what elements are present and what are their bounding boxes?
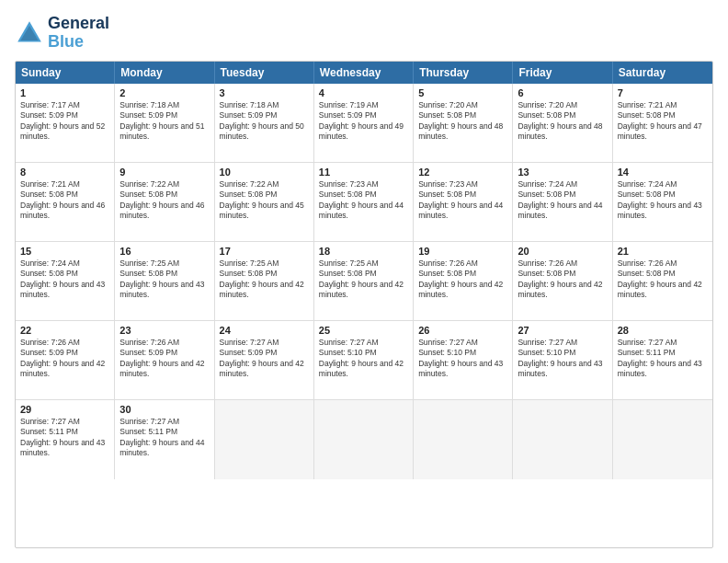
day-number: 29 — [20, 404, 109, 415]
cell-details: Sunrise: 7:27 AMSunset: 5:10 PMDaylight:… — [518, 338, 607, 380]
calendar-cell: 29Sunrise: 7:27 AMSunset: 5:11 PMDayligh… — [16, 400, 115, 479]
day-number: 23 — [119, 325, 209, 336]
day-number: 21 — [618, 246, 708, 257]
calendar-cell — [314, 400, 414, 479]
day-number: 5 — [418, 87, 507, 98]
day-number: 4 — [319, 87, 408, 98]
cell-details: Sunrise: 7:25 AMSunset: 5:08 PMDaylight:… — [119, 259, 209, 301]
cell-details: Sunrise: 7:18 AMSunset: 5:09 PMDaylight:… — [119, 100, 209, 143]
day-number: 17 — [220, 246, 309, 257]
weekday-header: Saturday — [613, 62, 712, 84]
day-number: 27 — [518, 325, 607, 336]
cell-details: Sunrise: 7:25 AMSunset: 5:08 PMDaylight:… — [220, 259, 309, 301]
cell-details: Sunrise: 7:20 AMSunset: 5:08 PMDaylight:… — [418, 100, 507, 143]
logo-text: General Blue — [48, 15, 109, 52]
cell-details: Sunrise: 7:21 AMSunset: 5:08 PMDaylight:… — [618, 100, 708, 143]
cell-details: Sunrise: 7:18 AMSunset: 5:09 PMDaylight:… — [220, 100, 309, 143]
calendar-cell: 19Sunrise: 7:26 AMSunset: 5:08 PMDayligh… — [414, 242, 513, 320]
cell-details: Sunrise: 7:27 AMSunset: 5:10 PMDaylight:… — [319, 338, 408, 380]
cell-details: Sunrise: 7:26 AMSunset: 5:09 PMDaylight:… — [119, 338, 209, 380]
day-number: 3 — [220, 87, 309, 98]
calendar-cell: 24Sunrise: 7:27 AMSunset: 5:09 PMDayligh… — [215, 321, 314, 399]
calendar-cell: 8Sunrise: 7:21 AMSunset: 5:08 PMDaylight… — [16, 163, 115, 241]
weekday-header: Tuesday — [215, 62, 314, 84]
calendar-cell — [513, 400, 612, 479]
weekday-header: Monday — [115, 62, 214, 84]
cell-details: Sunrise: 7:23 AMSunset: 5:08 PMDaylight:… — [319, 179, 408, 222]
day-number: 18 — [319, 246, 408, 257]
cell-details: Sunrise: 7:27 AMSunset: 5:10 PMDaylight:… — [418, 338, 507, 380]
calendar-cell: 26Sunrise: 7:27 AMSunset: 5:10 PMDayligh… — [414, 321, 513, 399]
day-number: 19 — [418, 246, 507, 257]
cell-details: Sunrise: 7:19 AMSunset: 5:09 PMDaylight:… — [319, 100, 408, 143]
calendar-cell: 30Sunrise: 7:27 AMSunset: 5:11 PMDayligh… — [115, 400, 214, 479]
calendar-cell: 6Sunrise: 7:20 AMSunset: 5:08 PMDaylight… — [513, 84, 612, 162]
calendar-cell: 13Sunrise: 7:24 AMSunset: 5:08 PMDayligh… — [513, 163, 612, 241]
calendar-row: 8Sunrise: 7:21 AMSunset: 5:08 PMDaylight… — [16, 163, 712, 242]
day-number: 11 — [319, 167, 408, 178]
calendar-cell: 7Sunrise: 7:21 AMSunset: 5:08 PMDaylight… — [613, 84, 712, 162]
cell-details: Sunrise: 7:17 AMSunset: 5:09 PMDaylight:… — [20, 100, 109, 143]
calendar-cell: 3Sunrise: 7:18 AMSunset: 5:09 PMDaylight… — [215, 84, 314, 162]
calendar-header: SundayMondayTuesdayWednesdayThursdayFrid… — [16, 62, 712, 84]
weekday-header: Thursday — [414, 62, 513, 84]
calendar-cell: 23Sunrise: 7:26 AMSunset: 5:09 PMDayligh… — [115, 321, 214, 399]
calendar-cell: 15Sunrise: 7:24 AMSunset: 5:08 PMDayligh… — [16, 242, 115, 320]
calendar-cell: 5Sunrise: 7:20 AMSunset: 5:08 PMDaylight… — [414, 84, 513, 162]
cell-details: Sunrise: 7:22 AMSunset: 5:08 PMDaylight:… — [220, 179, 309, 222]
calendar-cell: 1Sunrise: 7:17 AMSunset: 5:09 PMDaylight… — [16, 84, 115, 162]
cell-details: Sunrise: 7:27 AMSunset: 5:11 PMDaylight:… — [20, 417, 109, 459]
calendar-cell: 22Sunrise: 7:26 AMSunset: 5:09 PMDayligh… — [16, 321, 115, 399]
weekday-header: Wednesday — [314, 62, 414, 84]
cell-details: Sunrise: 7:26 AMSunset: 5:08 PMDaylight:… — [518, 259, 607, 301]
calendar-row: 15Sunrise: 7:24 AMSunset: 5:08 PMDayligh… — [16, 242, 712, 321]
cell-details: Sunrise: 7:27 AMSunset: 5:09 PMDaylight:… — [220, 338, 309, 380]
day-number: 7 — [618, 87, 708, 98]
cell-details: Sunrise: 7:24 AMSunset: 5:08 PMDaylight:… — [518, 179, 607, 222]
calendar-cell: 12Sunrise: 7:23 AMSunset: 5:08 PMDayligh… — [414, 163, 513, 241]
cell-details: Sunrise: 7:20 AMSunset: 5:08 PMDaylight:… — [518, 100, 607, 143]
cell-details: Sunrise: 7:26 AMSunset: 5:08 PMDaylight:… — [618, 259, 708, 301]
day-number: 25 — [319, 325, 408, 336]
cell-details: Sunrise: 7:23 AMSunset: 5:08 PMDaylight:… — [418, 179, 507, 222]
cell-details: Sunrise: 7:24 AMSunset: 5:08 PMDaylight:… — [20, 259, 109, 301]
day-number: 13 — [518, 167, 607, 178]
calendar-cell: 16Sunrise: 7:25 AMSunset: 5:08 PMDayligh… — [115, 242, 214, 320]
calendar-cell: 9Sunrise: 7:22 AMSunset: 5:08 PMDaylight… — [115, 163, 214, 241]
cell-details: Sunrise: 7:26 AMSunset: 5:09 PMDaylight:… — [20, 338, 109, 380]
weekday-header: Sunday — [16, 62, 115, 84]
day-number: 8 — [20, 167, 109, 178]
cell-details: Sunrise: 7:22 AMSunset: 5:08 PMDaylight:… — [119, 179, 209, 222]
calendar-cell — [215, 400, 314, 479]
cell-details: Sunrise: 7:24 AMSunset: 5:08 PMDaylight:… — [618, 179, 708, 222]
cell-details: Sunrise: 7:26 AMSunset: 5:08 PMDaylight:… — [418, 259, 507, 301]
day-number: 24 — [220, 325, 309, 336]
day-number: 20 — [518, 246, 607, 257]
day-number: 26 — [418, 325, 507, 336]
calendar-body: 1Sunrise: 7:17 AMSunset: 5:09 PMDaylight… — [16, 84, 712, 479]
day-number: 15 — [20, 246, 109, 257]
calendar-row: 1Sunrise: 7:17 AMSunset: 5:09 PMDaylight… — [16, 84, 712, 163]
day-number: 9 — [119, 167, 209, 178]
day-number: 12 — [418, 167, 507, 178]
calendar-cell: 27Sunrise: 7:27 AMSunset: 5:10 PMDayligh… — [513, 321, 612, 399]
calendar-cell: 18Sunrise: 7:25 AMSunset: 5:08 PMDayligh… — [314, 242, 414, 320]
logo: General Blue — [15, 15, 109, 52]
day-number: 28 — [618, 325, 708, 336]
cell-details: Sunrise: 7:25 AMSunset: 5:08 PMDaylight:… — [319, 259, 408, 301]
calendar-cell: 20Sunrise: 7:26 AMSunset: 5:08 PMDayligh… — [513, 242, 612, 320]
day-number: 2 — [119, 87, 209, 98]
day-number: 16 — [119, 246, 209, 257]
day-number: 30 — [119, 404, 209, 415]
calendar-cell: 10Sunrise: 7:22 AMSunset: 5:08 PMDayligh… — [215, 163, 314, 241]
calendar-cell: 4Sunrise: 7:19 AMSunset: 5:09 PMDaylight… — [314, 84, 414, 162]
cell-details: Sunrise: 7:21 AMSunset: 5:08 PMDaylight:… — [20, 179, 109, 222]
day-number: 14 — [618, 167, 708, 178]
calendar-cell — [414, 400, 513, 479]
calendar-cell: 14Sunrise: 7:24 AMSunset: 5:08 PMDayligh… — [613, 163, 712, 241]
calendar-cell: 21Sunrise: 7:26 AMSunset: 5:08 PMDayligh… — [613, 242, 712, 320]
calendar-cell: 2Sunrise: 7:18 AMSunset: 5:09 PMDaylight… — [115, 84, 214, 162]
calendar-cell: 25Sunrise: 7:27 AMSunset: 5:10 PMDayligh… — [314, 321, 414, 399]
cell-details: Sunrise: 7:27 AMSunset: 5:11 PMDaylight:… — [119, 417, 209, 459]
weekday-header: Friday — [513, 62, 612, 84]
